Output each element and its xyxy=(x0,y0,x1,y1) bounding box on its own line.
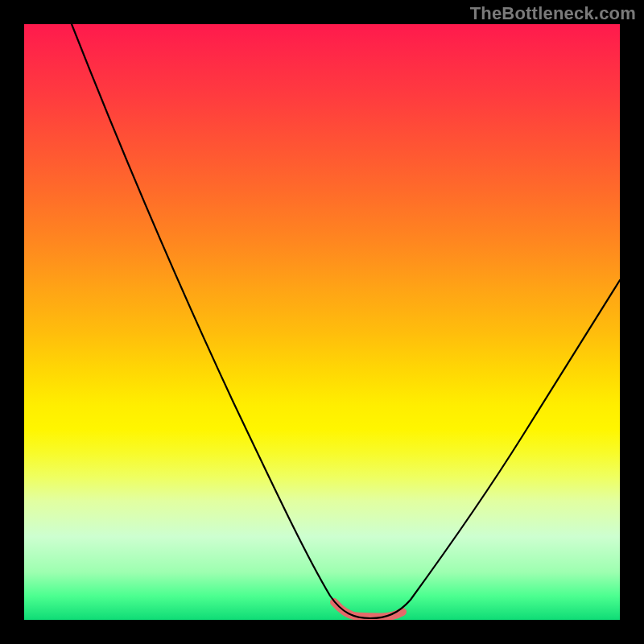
bottleneck-curve xyxy=(72,24,620,618)
plot-area xyxy=(24,24,620,620)
chart-frame: TheBottleneck.com xyxy=(0,0,644,644)
curve-layer xyxy=(24,24,620,620)
watermark-text: TheBottleneck.com xyxy=(470,3,636,24)
